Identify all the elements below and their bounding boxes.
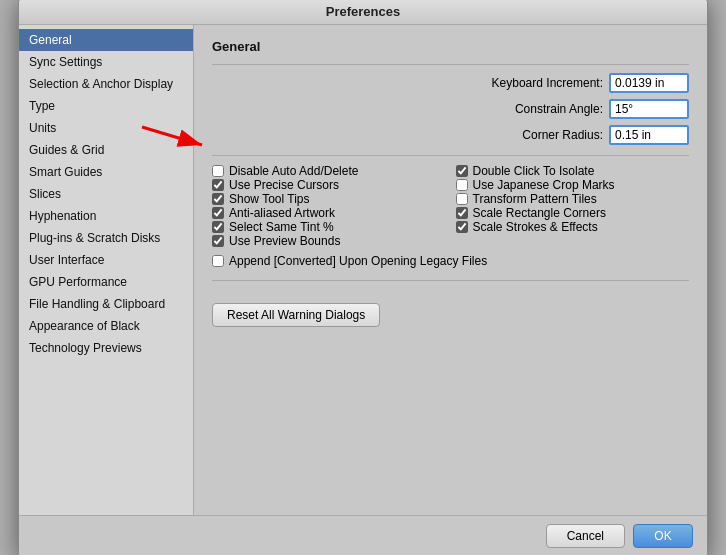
constrain-angle-row: Constrain Angle: (212, 99, 689, 119)
checkbox-right-label-2: Transform Pattern Tiles (473, 192, 597, 206)
checkbox-left-1[interactable] (212, 179, 224, 191)
append-converted-label: Append [Converted] Upon Opening Legacy F… (229, 254, 487, 268)
corner-radius-input[interactable] (609, 125, 689, 145)
title-bar: Preferences (19, 0, 707, 25)
preferences-window: Preferences GeneralSync SettingsSelectio… (18, 0, 708, 555)
checkbox-right-row-3: Scale Rectangle Corners (456, 206, 690, 220)
sidebar-item-guides---grid[interactable]: Guides & Grid (19, 139, 193, 161)
sidebar-item-slices[interactable]: Slices (19, 183, 193, 205)
checkbox-right-row-2: Transform Pattern Tiles (456, 192, 690, 206)
checkbox-left-4[interactable] (212, 221, 224, 233)
checkbox-right-label-3: Scale Rectangle Corners (473, 206, 606, 220)
checkbox-left-row-2: Show Tool Tips (212, 192, 446, 206)
checkbox-single-row: Append [Converted] Upon Opening Legacy F… (212, 254, 689, 268)
sidebar-item-sync-settings[interactable]: Sync Settings (19, 51, 193, 73)
sidebar-item-technology-previews[interactable]: Technology Previews (19, 337, 193, 359)
checkbox-left-row-4: Select Same Tint % (212, 220, 446, 234)
checkbox-left-3[interactable] (212, 207, 224, 219)
checkbox-right-row-1: Use Japanese Crop Marks (456, 178, 690, 192)
window-title: Preferences (326, 4, 400, 19)
checkbox-left-label-4: Select Same Tint % (229, 220, 334, 234)
main-content: General Keyboard Increment: Constrain An… (194, 25, 707, 515)
checkbox-columns: Disable Auto Add/DeleteUse Precise Curso… (212, 164, 689, 248)
keyboard-increment-label: Keyboard Increment: (473, 76, 603, 90)
checkbox-right-label-1: Use Japanese Crop Marks (473, 178, 615, 192)
checkbox-right-0[interactable] (456, 165, 468, 177)
checkbox-left-row-1: Use Precise Cursors (212, 178, 446, 192)
checkbox-right-3[interactable] (456, 207, 468, 219)
divider-mid (212, 155, 689, 156)
checkbox-right-label-0: Double Click To Isolate (473, 164, 595, 178)
divider-top (212, 64, 689, 65)
checkbox-right-2[interactable] (456, 193, 468, 205)
reset-warning-dialogs-button[interactable]: Reset All Warning Dialogs (212, 303, 380, 327)
checkbox-left-label-1: Use Precise Cursors (229, 178, 339, 192)
ok-button[interactable]: OK (633, 524, 693, 548)
sidebar-item-plug-ins---scratch-disks[interactable]: Plug-ins & Scratch Disks (19, 227, 193, 249)
checkbox-left-0[interactable] (212, 165, 224, 177)
cancel-button[interactable]: Cancel (546, 524, 625, 548)
sidebar-item-smart-guides[interactable]: Smart Guides (19, 161, 193, 183)
checkbox-left-row-3: Anti-aliased Artwork (212, 206, 446, 220)
checkbox-left-row-0: Disable Auto Add/Delete (212, 164, 446, 178)
checkbox-right-label-4: Scale Strokes & Effects (473, 220, 598, 234)
sidebar-item-type[interactable]: Type (19, 95, 193, 117)
sidebar: GeneralSync SettingsSelection & Anchor D… (19, 25, 194, 515)
checkbox-left-label-2: Show Tool Tips (229, 192, 310, 206)
constrain-angle-label: Constrain Angle: (473, 102, 603, 116)
sidebar-item-file-handling---clipboard[interactable]: File Handling & Clipboard (19, 293, 193, 315)
corner-radius-label: Corner Radius: (473, 128, 603, 142)
checkbox-right-row-0: Double Click To Isolate (456, 164, 690, 178)
checkbox-left-2[interactable] (212, 193, 224, 205)
checkbox-left-label-0: Disable Auto Add/Delete (229, 164, 358, 178)
footer: Cancel OK (19, 515, 707, 556)
checkbox-right-1[interactable] (456, 179, 468, 191)
sidebar-item-gpu-performance[interactable]: GPU Performance (19, 271, 193, 293)
checkbox-right-col: Double Click To IsolateUse Japanese Crop… (456, 164, 690, 248)
checkbox-left-col: Disable Auto Add/DeleteUse Precise Curso… (212, 164, 446, 248)
checkbox-left-label-5: Use Preview Bounds (229, 234, 340, 248)
sidebar-item-selection---anchor-display[interactable]: Selection & Anchor Display (19, 73, 193, 95)
append-converted-checkbox[interactable] (212, 255, 224, 267)
sidebar-item-appearance-of-black[interactable]: Appearance of Black (19, 315, 193, 337)
checkbox-left-label-3: Anti-aliased Artwork (229, 206, 335, 220)
keyboard-increment-row: Keyboard Increment: (212, 73, 689, 93)
sidebar-item-units[interactable]: Units (19, 117, 193, 139)
sidebar-item-hyphenation[interactable]: Hyphenation (19, 205, 193, 227)
checkbox-left-row-5: Use Preview Bounds (212, 234, 446, 248)
checkbox-left-5[interactable] (212, 235, 224, 247)
sidebar-item-user-interface[interactable]: User Interface (19, 249, 193, 271)
section-title: General (212, 39, 689, 54)
keyboard-increment-input[interactable] (609, 73, 689, 93)
checkbox-right-row-4: Scale Strokes & Effects (456, 220, 690, 234)
checkbox-right-4[interactable] (456, 221, 468, 233)
corner-radius-row: Corner Radius: (212, 125, 689, 145)
constrain-angle-input[interactable] (609, 99, 689, 119)
sidebar-item-general[interactable]: General (19, 29, 193, 51)
divider-bottom (212, 280, 689, 281)
